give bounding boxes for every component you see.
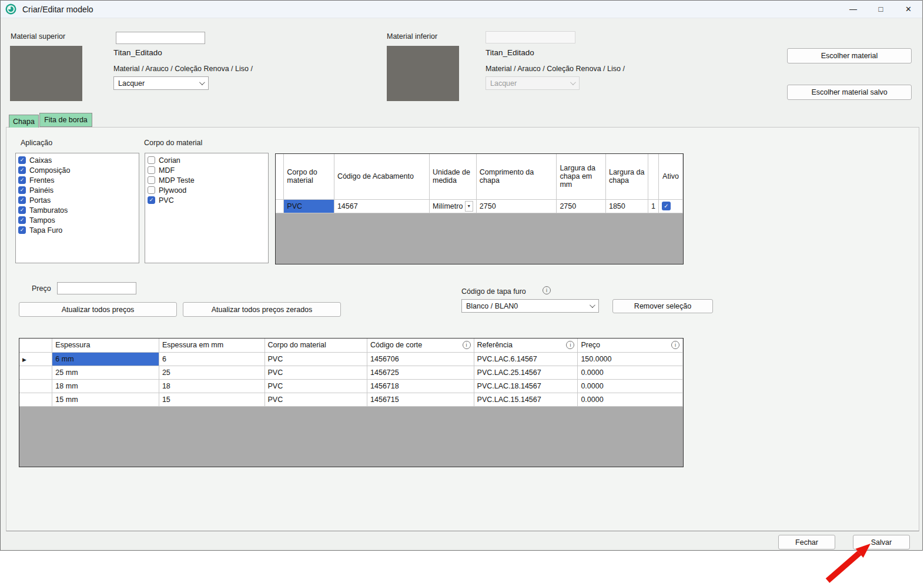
checkbox-checked-icon[interactable]: ✓ bbox=[18, 206, 26, 214]
thickness-grid-header-espessura-em-mm[interactable]: Espessura em mm bbox=[159, 339, 265, 352]
unidade-combo[interactable]: Milímetro▼ bbox=[433, 201, 473, 212]
checkbox-checked-icon[interactable]: ✓ bbox=[18, 226, 26, 234]
checkbox-checked-icon[interactable]: ✓ bbox=[18, 176, 26, 184]
cell-comprimento-da-chapa[interactable]: 2750 bbox=[476, 199, 557, 213]
cell-corpo-do-material[interactable]: PVC bbox=[265, 366, 367, 379]
cell-refer-ncia[interactable]: PVC.LAC.6.14567 bbox=[474, 352, 578, 366]
corpo-do-material-checkbox-list[interactable]: CorianMDFMDP TestePlywood✓PVC bbox=[145, 153, 269, 263]
cell-espessura[interactable]: 18 mm bbox=[52, 379, 159, 393]
checkbox-checked-icon[interactable]: ✓ bbox=[18, 216, 26, 224]
aplicacao-item-tampos[interactable]: ✓Tampos bbox=[16, 215, 139, 225]
cell-refer-ncia[interactable]: PVC.LAC.25.14567 bbox=[474, 366, 578, 379]
cell-codigo-de-acabamento[interactable]: 14567 bbox=[334, 199, 429, 213]
close-icon[interactable]: ✕ bbox=[895, 1, 922, 18]
sheet-grid-header-comprimento-da-chapa[interactable]: Comprimento da chapa bbox=[476, 154, 557, 199]
tab-chapa[interactable]: Chapa bbox=[9, 115, 39, 128]
material-superior-finish-select[interactable]: Lacquer bbox=[113, 76, 209, 90]
corpo-material-item-pvc[interactable]: ✓PVC bbox=[145, 195, 268, 205]
cell-corpo-do-material[interactable]: PVC bbox=[284, 199, 334, 213]
thickness-grid-header-pre-o[interactable]: Preçoi bbox=[578, 339, 683, 352]
remove-selection-button[interactable]: Remover seleção bbox=[612, 299, 713, 313]
cell-espessura[interactable]: 6 mm bbox=[52, 352, 159, 366]
cell-espessura[interactable]: 25 mm bbox=[52, 366, 159, 379]
corpo-material-item-mdp-teste[interactable]: MDP Teste bbox=[145, 175, 268, 185]
cell-espessura[interactable]: 15 mm bbox=[52, 393, 159, 406]
choose-material-button[interactable]: Escolher material bbox=[787, 48, 912, 63]
cell-pre-o[interactable]: 0.0000 bbox=[578, 366, 683, 379]
update-all-prices-button[interactable]: Atualizar todos preços bbox=[19, 302, 177, 317]
sheet-grid-row-header[interactable] bbox=[276, 199, 284, 213]
row-header[interactable] bbox=[19, 379, 52, 393]
thickness-grid-header-corpo-do-material[interactable]: Corpo do material bbox=[265, 339, 367, 352]
cell-corpo-do-material[interactable]: PVC bbox=[265, 379, 367, 393]
aplicacao-checkbox-list[interactable]: ✓Caixas✓Composição✓Frentes✓Painéis✓Porta… bbox=[15, 153, 139, 263]
aplicacao-item-caixas[interactable]: ✓Caixas bbox=[16, 155, 139, 165]
checkbox-checked-icon[interactable]: ✓ bbox=[18, 186, 26, 194]
sheet-grid-header-unidade-de-medida[interactable]: Unidade de medida bbox=[429, 154, 476, 199]
sheet-grid-header-largura-da-chapa-em-mm[interactable]: Largura da chapa em mm bbox=[557, 154, 606, 199]
aplicacao-item-label: Portas bbox=[29, 196, 51, 205]
sheet-grid-header-largura-da-chapa[interactable]: Largura da chapa bbox=[605, 154, 648, 199]
aplicacao-item-tapa-furo[interactable]: ✓Tapa Furo bbox=[16, 225, 139, 235]
checkbox-unchecked-icon[interactable] bbox=[148, 176, 155, 184]
cell-unidade-de-medida[interactable]: Milímetro▼ bbox=[429, 199, 476, 213]
checkbox-checked-icon[interactable]: ✓ bbox=[148, 196, 155, 204]
header-label: Preço bbox=[581, 341, 600, 349]
checkbox-unchecked-icon[interactable] bbox=[148, 166, 155, 174]
row-header[interactable]: ▶ bbox=[19, 352, 52, 366]
aplicacao-item-tamburatos[interactable]: ✓Tamburatos bbox=[16, 205, 139, 215]
checkbox-unchecked-icon[interactable] bbox=[148, 156, 155, 164]
corpo-material-item-label: Plywood bbox=[159, 186, 186, 195]
corpo-material-item-corian[interactable]: Corian bbox=[145, 155, 268, 165]
checkbox-checked-icon[interactable]: ✓ bbox=[18, 156, 26, 164]
maximize-icon[interactable]: □ bbox=[867, 1, 895, 18]
thickness-grid: EspessuraEspessura em mmCorpo do materia… bbox=[19, 338, 684, 467]
cell-corpo-do-material[interactable]: PVC bbox=[265, 393, 367, 406]
row-header[interactable] bbox=[19, 393, 52, 406]
corpo-material-item-plywood[interactable]: Plywood bbox=[145, 185, 268, 195]
material-superior-label: Material superior bbox=[11, 32, 65, 41]
cell-c-digo-de-corte[interactable]: 1456715 bbox=[367, 393, 474, 406]
aplicacao-item-frentes[interactable]: ✓Frentes bbox=[16, 175, 139, 185]
checkbox-unchecked-icon[interactable] bbox=[148, 186, 155, 194]
thickness-grid-header-refer-ncia[interactable]: Referênciai bbox=[474, 339, 578, 352]
cell-pre-o[interactable]: 0.0000 bbox=[578, 393, 683, 406]
tapa-furo-select[interactable]: Blanco / BLAN0 bbox=[461, 299, 599, 313]
corpo-material-item-mdf[interactable]: MDF bbox=[145, 165, 268, 175]
checkbox-checked-icon[interactable]: ✓ bbox=[18, 166, 26, 174]
tab-fita-de-borda[interactable]: Fita de borda bbox=[39, 113, 92, 127]
update-zero-prices-button[interactable]: Atualizar todos preços zerados bbox=[183, 302, 341, 317]
thickness-grid-header-c-digo-de-corte[interactable]: Código de cortei bbox=[367, 339, 474, 352]
checkbox-checked-icon[interactable]: ✓ bbox=[18, 196, 26, 204]
minimize-icon[interactable]: — bbox=[839, 1, 867, 18]
cell-ativo[interactable]: ✓ bbox=[659, 199, 683, 213]
material-superior-finish-value: Lacquer bbox=[118, 79, 145, 88]
cell-c-digo-de-corte[interactable]: 1456725 bbox=[367, 366, 474, 379]
cell-c-digo-de-corte[interactable]: 1456706 bbox=[367, 352, 474, 366]
ativo-checkbox-checked-icon[interactable]: ✓ bbox=[662, 202, 671, 210]
preco-input[interactable] bbox=[57, 282, 136, 294]
chevron-down-icon bbox=[590, 302, 595, 308]
aplicacao-item-composi-o[interactable]: ✓Composição bbox=[16, 165, 139, 175]
cell-refer-ncia[interactable]: PVC.LAC.15.14567 bbox=[474, 393, 578, 406]
window-controls: — □ ✕ bbox=[839, 1, 922, 18]
cell-c-digo-de-corte[interactable]: 1456718 bbox=[367, 379, 474, 393]
sheet-grid-header-corpo-do-material[interactable]: Corpo do material bbox=[284, 154, 334, 199]
aplicacao-item-pain-is[interactable]: ✓Painéis bbox=[16, 185, 139, 195]
choose-saved-material-button[interactable]: Escolher material salvo bbox=[787, 85, 912, 100]
aplicacao-item-portas[interactable]: ✓Portas bbox=[16, 195, 139, 205]
cell-refer-ncia[interactable]: PVC.LAC.18.14567 bbox=[474, 379, 578, 393]
dropdown-arrow-icon[interactable]: ▼ bbox=[465, 201, 473, 212]
cell-corpo-do-material[interactable]: PVC bbox=[265, 352, 367, 366]
sheet-grid-header-c-digo-de-acabamento[interactable]: Código de Acabamento bbox=[334, 154, 429, 199]
sheet-grid-header-ativo[interactable]: Ativo bbox=[659, 154, 683, 199]
thickness-grid-header-espessura[interactable]: Espessura bbox=[52, 339, 159, 352]
sheet-grid-header-col[interactable] bbox=[648, 154, 659, 199]
cell-pre-o[interactable]: 0.0000 bbox=[578, 379, 683, 393]
material-superior-name-input[interactable] bbox=[116, 32, 205, 44]
corpo-do-material-label: Corpo do material bbox=[144, 139, 202, 147]
cell-pre-o[interactable]: 150.0000 bbox=[578, 352, 683, 366]
cell-largura-da-chapa[interactable]: 1850 bbox=[605, 199, 648, 213]
row-header[interactable] bbox=[19, 366, 52, 379]
app-icon bbox=[5, 4, 16, 15]
